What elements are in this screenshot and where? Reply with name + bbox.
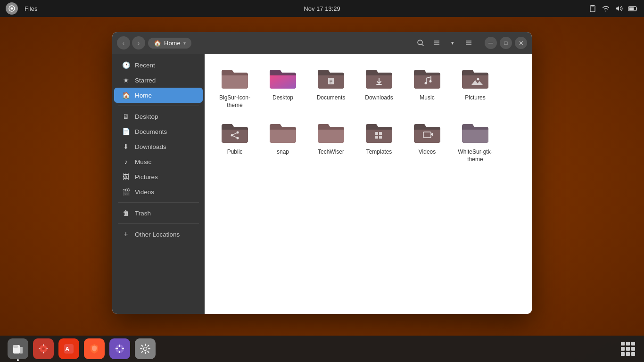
menu-button[interactable] bbox=[462, 36, 475, 49]
svg-point-18 bbox=[425, 82, 427, 84]
sidebar-item-home[interactable]: 🏠 Home bbox=[114, 88, 203, 103]
sidebar-item-documents[interactable]: 📄 Documents bbox=[114, 124, 203, 139]
volume-icon[interactable] bbox=[615, 4, 623, 13]
svg-rect-33 bbox=[20, 347, 23, 354]
file-item-whitesur[interactable]: WhiteSur-gtk-theme bbox=[453, 115, 498, 167]
sidebar-item-music[interactable]: ♪ Music bbox=[114, 154, 203, 169]
search-button[interactable] bbox=[414, 36, 427, 49]
sidebar-label-videos: Videos bbox=[135, 189, 154, 196]
sidebar-item-videos[interactable]: 🎬 Videos bbox=[114, 184, 203, 199]
topbar-right bbox=[588, 4, 638, 13]
taskbar-app-brave[interactable] bbox=[84, 338, 105, 359]
svg-rect-26 bbox=[375, 132, 378, 135]
minimize-button[interactable]: ─ bbox=[485, 37, 497, 49]
sort-button[interactable]: ▾ bbox=[446, 36, 459, 49]
file-label-snap: snap bbox=[277, 148, 289, 156]
file-label-techwiser: TechWiser bbox=[318, 148, 344, 156]
taskbar-app-appstore[interactable]: A bbox=[58, 338, 79, 359]
svg-text:A: A bbox=[65, 346, 70, 353]
grid-dots-icon bbox=[621, 342, 635, 356]
sidebar-label-trash: Trash bbox=[135, 210, 151, 217]
svg-point-39 bbox=[118, 347, 122, 351]
sidebar-item-recent[interactable]: 🕐 Recent bbox=[114, 58, 203, 73]
file-item-downloads[interactable]: Downloads bbox=[356, 61, 402, 113]
starred-icon: ★ bbox=[122, 76, 130, 84]
file-label-bigsur: BigSur-icon-theme bbox=[214, 94, 256, 109]
sidebar-divider-3 bbox=[118, 223, 199, 224]
sidebar-item-downloads[interactable]: ⬇ Downloads bbox=[114, 139, 203, 154]
titlebar: ‹ › 🏠 Home ▾ ▾ ─ □ ✕ bbox=[112, 32, 532, 54]
file-item-templates[interactable]: Templates bbox=[356, 115, 402, 167]
svg-rect-32 bbox=[13, 345, 18, 348]
file-item-bigsur[interactable]: BigSur-icon-theme bbox=[212, 61, 257, 113]
breadcrumb[interactable]: 🏠 Home ▾ bbox=[148, 38, 191, 49]
sidebar-item-other-locations[interactable]: + Other Locations bbox=[114, 227, 203, 242]
titlebar-nav: ‹ › bbox=[117, 36, 145, 49]
file-label-documents: Documents bbox=[317, 94, 346, 102]
taskbar-app-tweaks[interactable] bbox=[109, 338, 130, 359]
sidebar-label-home: Home bbox=[135, 92, 152, 99]
svg-point-35 bbox=[42, 347, 45, 350]
sidebar-label-desktop: Desktop bbox=[135, 113, 158, 120]
wifi-icon[interactable] bbox=[602, 4, 610, 13]
taskbar-app-files[interactable] bbox=[8, 338, 28, 359]
forward-button[interactable]: › bbox=[132, 36, 145, 49]
svg-point-23 bbox=[237, 137, 239, 140]
file-item-pictures[interactable]: Pictures bbox=[453, 61, 498, 113]
svg-rect-2 bbox=[590, 6, 595, 12]
sidebar-label-documents: Documents bbox=[135, 128, 167, 135]
sidebar-item-pictures[interactable]: 🖼 Pictures bbox=[114, 169, 203, 184]
sidebar-label-other-locations: Other Locations bbox=[135, 231, 180, 238]
sidebar-item-trash[interactable]: 🗑 Trash bbox=[114, 206, 203, 221]
file-label-templates: Templates bbox=[366, 148, 392, 156]
file-label-public: Public bbox=[227, 148, 243, 156]
activities-icon[interactable] bbox=[6, 2, 18, 15]
file-item-desktop[interactable]: Desktop bbox=[260, 61, 305, 113]
desktop-icon: 🖥 bbox=[122, 112, 130, 121]
taskbar-app-rhythmbox[interactable] bbox=[33, 338, 54, 359]
svg-rect-29 bbox=[379, 136, 382, 139]
svg-rect-5 bbox=[629, 8, 634, 10]
main-area: 🕐 Recent ★ Starred 🏠 Home 🖥 Desktop 📄 Do… bbox=[112, 54, 532, 314]
svg-point-21 bbox=[231, 134, 233, 137]
file-item-videos[interactable]: Videos bbox=[405, 115, 450, 167]
file-item-public[interactable]: Public bbox=[212, 115, 257, 167]
taskbar-app-settings[interactable] bbox=[135, 338, 156, 359]
app-grid-button[interactable] bbox=[619, 340, 636, 357]
chevron-down-icon: ▾ bbox=[183, 41, 186, 46]
downloads-icon: ⬇ bbox=[122, 142, 130, 151]
file-label-music: Music bbox=[420, 94, 434, 102]
sidebar-item-desktop[interactable]: 🖥 Desktop bbox=[114, 109, 203, 124]
videos-icon: 🎬 bbox=[122, 188, 130, 196]
home-icon: 🏠 bbox=[154, 40, 161, 47]
file-item-documents[interactable]: Documents bbox=[308, 61, 354, 113]
music-icon: ♪ bbox=[122, 157, 130, 166]
sidebar-label-starred: Starred bbox=[135, 77, 156, 84]
maximize-button[interactable]: □ bbox=[500, 37, 512, 49]
file-item-techwiser[interactable]: TechWiser bbox=[308, 115, 354, 167]
breadcrumb-label: Home bbox=[164, 40, 181, 47]
topbar: Files Nov 17 13:29 bbox=[0, 0, 644, 17]
list-view-button[interactable] bbox=[430, 36, 443, 49]
svg-rect-27 bbox=[379, 132, 382, 135]
sidebar-divider-2 bbox=[118, 202, 199, 203]
taskbar: A bbox=[0, 336, 644, 362]
taskbar-apps: A bbox=[8, 338, 156, 359]
svg-point-19 bbox=[429, 80, 432, 82]
file-label-videos: Videos bbox=[419, 148, 436, 156]
trash-icon: 🗑 bbox=[122, 209, 130, 217]
back-button[interactable]: ‹ bbox=[117, 36, 130, 49]
sidebar-item-starred[interactable]: ★ Starred bbox=[114, 73, 203, 88]
file-label-pictures: Pictures bbox=[465, 94, 485, 102]
recent-icon: 🕐 bbox=[122, 61, 130, 69]
file-item-music[interactable]: Music bbox=[405, 61, 450, 113]
clipboard-icon[interactable] bbox=[588, 4, 597, 13]
sidebar-label-music: Music bbox=[135, 158, 151, 165]
home-sidebar-icon: 🏠 bbox=[122, 91, 130, 99]
close-button[interactable]: ✕ bbox=[515, 37, 527, 49]
svg-rect-28 bbox=[375, 136, 378, 139]
file-manager-window: ‹ › 🏠 Home ▾ ▾ ─ □ ✕ bbox=[112, 32, 532, 314]
svg-rect-13 bbox=[328, 78, 334, 84]
file-item-snap[interactable]: snap bbox=[260, 115, 305, 167]
file-label-desktop: Desktop bbox=[272, 94, 293, 102]
